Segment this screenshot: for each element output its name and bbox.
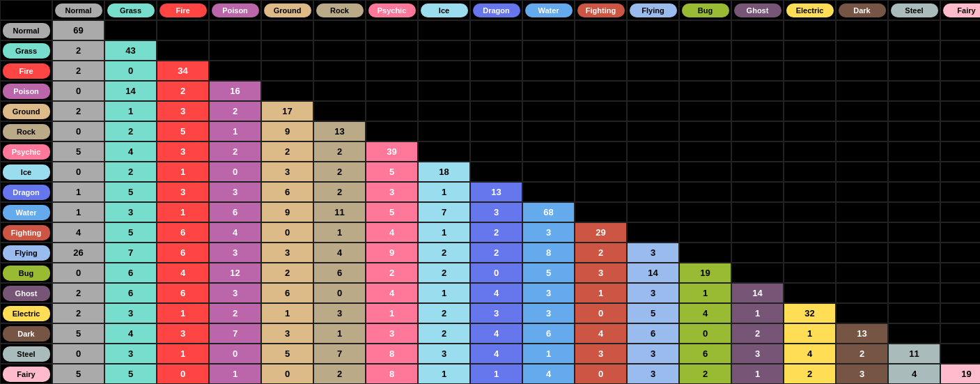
table-cell: 2	[470, 222, 522, 243]
table-cell: 5	[104, 222, 157, 243]
table-cell	[418, 20, 470, 40]
table-cell	[679, 141, 731, 162]
table-cell	[522, 101, 575, 121]
table-cell	[575, 61, 627, 81]
table-cell	[261, 61, 313, 81]
table-cell	[522, 182, 575, 202]
table-cell: 4	[104, 141, 157, 162]
table-cell: 2	[366, 263, 418, 283]
table-cell: 18	[418, 162, 470, 182]
table-cell	[366, 121, 418, 141]
table-cell	[784, 101, 836, 121]
table-cell: 1	[418, 364, 470, 384]
row-header-dark: Dark	[0, 323, 52, 344]
table-cell: 3	[209, 243, 261, 263]
table-cell: 2	[418, 243, 470, 263]
table-cell	[940, 323, 980, 344]
table-cell: 3	[209, 182, 261, 202]
table-cell	[940, 222, 980, 243]
col-header-fairy: Fairy	[940, 0, 980, 20]
table-cell: 7	[418, 202, 470, 222]
table-cell	[784, 141, 836, 162]
table-cell: 3	[366, 182, 418, 202]
table-cell	[679, 20, 731, 40]
row-header-psychic: Psychic	[0, 141, 52, 162]
table-cell	[522, 61, 575, 81]
table-cell	[731, 263, 784, 283]
table-cell: 4	[470, 283, 522, 303]
col-header-fire: Fire	[157, 0, 209, 20]
table-cell: 1	[679, 283, 731, 303]
row-header-poison: Poison	[0, 81, 52, 101]
table-cell: 3	[522, 222, 575, 243]
table-cell: 3	[104, 303, 157, 323]
table-cell: 6	[679, 344, 731, 364]
table-cell	[731, 243, 784, 263]
table-cell	[627, 141, 679, 162]
table-cell: 2	[52, 101, 104, 121]
table-cell: 2	[313, 162, 366, 182]
table-cell: 0	[157, 364, 209, 384]
table-cell: 2	[261, 141, 313, 162]
col-header-grass: Grass	[104, 0, 157, 20]
table-cell	[731, 101, 784, 121]
table-cell: 34	[157, 61, 209, 81]
table-cell: 5	[261, 344, 313, 364]
table-cell	[731, 222, 784, 243]
table-cell	[888, 162, 940, 182]
table-cell: 69	[52, 20, 104, 40]
table-cell: 1	[731, 303, 784, 323]
table-cell	[888, 263, 940, 283]
table-cell	[940, 344, 980, 364]
row-header-rock: Rock	[0, 121, 52, 141]
table-cell: 3	[627, 364, 679, 384]
row-header-fairy: Fairy	[0, 364, 52, 384]
table-cell	[261, 81, 313, 101]
table-cell	[470, 121, 522, 141]
table-cell	[313, 61, 366, 81]
table-cell: 14	[731, 283, 784, 303]
table-cell	[940, 283, 980, 303]
table-cell: 5	[627, 303, 679, 323]
table-cell: 2	[575, 243, 627, 263]
table-cell: 2	[157, 81, 209, 101]
table-cell: 2	[104, 162, 157, 182]
table-cell: 6	[627, 323, 679, 344]
table-cell: 2	[731, 323, 784, 344]
row-header-bug: Bug	[0, 263, 52, 283]
table-cell: 11	[888, 344, 940, 364]
table-cell: 2	[470, 243, 522, 263]
table-cell: 4	[157, 263, 209, 283]
table-cell	[836, 182, 888, 202]
table-cell: 2	[52, 61, 104, 81]
table-cell: 2	[313, 182, 366, 202]
table-cell: 0	[209, 162, 261, 182]
table-cell	[888, 243, 940, 263]
col-header-ice: Ice	[418, 0, 470, 20]
table-cell	[470, 20, 522, 40]
row-header-water: Water	[0, 202, 52, 222]
table-cell: 29	[575, 222, 627, 243]
table-cell: 3	[522, 303, 575, 323]
table-cell	[627, 81, 679, 101]
table-cell: 1	[575, 283, 627, 303]
table-cell: 0	[209, 344, 261, 364]
table-cell: 1	[731, 364, 784, 384]
table-cell	[418, 121, 470, 141]
table-cell	[679, 61, 731, 81]
table-cell: 19	[679, 263, 731, 283]
table-cell: 1	[52, 182, 104, 202]
table-cell: 5	[104, 364, 157, 384]
table-cell	[940, 141, 980, 162]
table-cell: 3	[157, 101, 209, 121]
table-cell	[209, 61, 261, 81]
table-cell: 1	[366, 303, 418, 323]
table-cell	[209, 40, 261, 61]
row-header-dragon: Dragon	[0, 182, 52, 202]
table-cell: 3	[731, 344, 784, 364]
table-cell	[679, 182, 731, 202]
table-cell: 1	[157, 162, 209, 182]
table-cell: 3	[104, 344, 157, 364]
table-cell	[940, 101, 980, 121]
table-cell: 2	[836, 344, 888, 364]
